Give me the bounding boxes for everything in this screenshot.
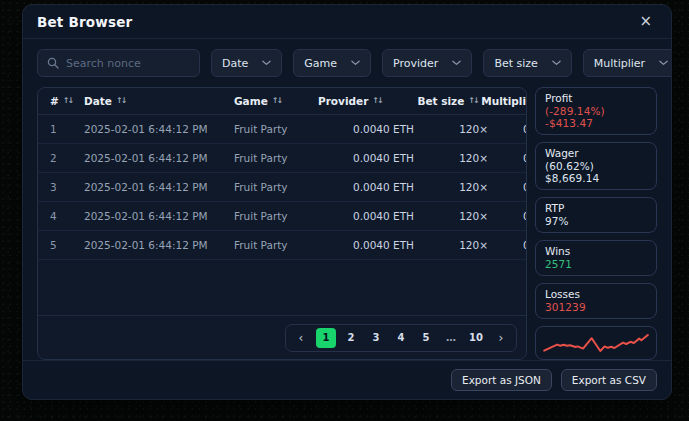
column-header--[interactable]: #↑↓ [50,95,84,107]
filter-dropdown-provider[interactable]: Provider [382,49,472,77]
cell-game: Fruit Party [234,210,318,222]
table-row[interactable]: 32025-02-01 6:44:12 PMFruit PartyPragmat… [38,173,526,202]
modal-footer: Export as JSON Export as CSV [23,360,671,399]
cell-payout: 0.4800 ETH [523,152,527,164]
cell-date: 2025-02-01 6:44:12 PM [84,239,234,251]
cell-game: Fruit Party [234,123,318,135]
filter-label: Game [304,57,337,70]
sort-icon: ↑↓ [63,97,72,105]
filter-label: Date [222,57,248,70]
filter-dropdown-date[interactable]: Date [211,49,282,77]
stat-value: (-289.14%) -$413.47 [545,105,647,129]
chevron-down-icon [262,60,271,66]
bet-browser-modal: Bet Browser × DateGameProviderBet sizeMu… [22,4,672,400]
column-header-bet-size[interactable]: Bet size↑↓ [417,95,477,107]
stat-value: 2571 [545,258,647,270]
cell-date: 2025-02-01 6:44:12 PM [84,181,234,193]
profit-chart-card [535,326,657,360]
page-button-4[interactable]: 4 [391,328,411,348]
stat-cards: Profit(-289.14%) -$413.47Wager(60.62%) $… [535,87,657,319]
stat-value: (60.62%) $8,669.14 [545,160,647,184]
column-header-multiplier[interactable]: Multiplier↑↓ [481,95,527,107]
stat-card-profit: Profit(-289.14%) -$413.47 [535,87,657,135]
stat-card-rtp: RTP97% [535,197,657,233]
stat-value: 301239 [545,301,647,313]
cell-payout: 0.4800 ETH [523,123,527,135]
cell-multiplier: 120× [459,210,488,222]
filter-dropdown-multiplier[interactable]: Multiplier [583,49,672,77]
stat-label: Losses [545,288,647,300]
column-header-game[interactable]: Game↑↓ [234,95,318,107]
bets-table: #↑↓Date↑↓Game↑↓Provider↑↓Bet size↑↓Multi… [37,87,527,360]
table-row[interactable]: 42025-02-01 6:44:12 PMFruit PartyPragmat… [38,202,526,231]
filter-label: Multiplier [594,57,645,70]
filter-dropdown-bet-size[interactable]: Bet size [483,49,571,77]
search-box [37,49,200,77]
chevron-down-icon [552,60,561,66]
cell-payout: 0.4800 ETH [523,239,527,251]
stat-value: 97% [545,215,647,227]
cell-date: 2025-02-01 6:44:12 PM [84,210,234,222]
content-area: #↑↓Date↑↓Game↑↓Provider↑↓Bet size↑↓Multi… [23,87,671,360]
stat-label: RTP [545,202,647,214]
filter-dropdown-game[interactable]: Game [293,49,371,77]
sort-icon: ↑↓ [272,97,281,105]
stats-panel: Profit(-289.14%) -$413.47Wager(60.62%) $… [535,87,657,360]
pagination-bar: ‹ 12345…10 › [38,315,526,359]
sort-icon: ↑↓ [468,97,477,105]
filter-label: Provider [393,57,438,70]
export-json-button[interactable]: Export as JSON [451,369,552,391]
filter-group: DateGameProviderBet sizeMultiplier [211,49,657,77]
table-spacer [38,260,526,315]
close-icon[interactable]: × [635,12,656,31]
modal-header: Bet Browser × [23,5,671,39]
filter-label: Bet size [494,57,537,70]
page-button-1[interactable]: 1 [316,328,336,348]
stat-label: Wins [545,245,647,257]
cell-game: Fruit Party [234,152,318,164]
chevron-down-icon [659,60,668,66]
table-row[interactable]: 52025-02-01 6:44:12 PMFruit PartyPragmat… [38,231,526,260]
cell--: 5 [50,239,84,251]
column-header-date[interactable]: Date↑↓ [84,95,234,107]
page-button-5[interactable]: 5 [416,328,436,348]
cell-multiplier: 120× [459,123,488,135]
table-row[interactable]: 12025-02-01 6:44:12 PMFruit PartyPragmat… [38,115,526,144]
cell--: 4 [50,210,84,222]
next-page-icon[interactable]: › [491,328,511,348]
stat-card-losses: Losses301239 [535,283,657,319]
stat-label: Wager [545,147,647,159]
page-button-3[interactable]: 3 [366,328,386,348]
sort-icon: ↑↓ [116,97,125,105]
page-button-10[interactable]: 10 [466,328,486,348]
cell-payout: 0.4800 ETH [523,181,527,193]
cell-bet-size: 0.0040 ETH [353,181,414,193]
column-header-provider[interactable]: Provider↑↓ [318,95,382,107]
page-button-2[interactable]: 2 [341,328,361,348]
profit-sparkline-chart [542,333,650,353]
cell--: 2 [50,152,84,164]
cell-bet-size: 0.0040 ETH [353,123,414,135]
sort-icon: ↑↓ [372,97,381,105]
export-csv-button[interactable]: Export as CSV [561,369,657,391]
stat-card-wins: Wins2571 [535,240,657,276]
table-body: 12025-02-01 6:44:12 PMFruit PartyPragmat… [38,115,526,260]
cell-game: Fruit Party [234,239,318,251]
search-input[interactable] [66,57,190,70]
prev-page-icon[interactable]: ‹ [291,328,311,348]
toolbar: DateGameProviderBet sizeMultiplier [23,39,671,87]
table-header-row: #↑↓Date↑↓Game↑↓Provider↑↓Bet size↑↓Multi… [38,88,526,115]
chevron-down-icon [351,60,360,66]
pagination: ‹ 12345…10 › [285,324,517,352]
cell-multiplier: 120× [459,152,488,164]
table-row[interactable]: 22025-02-01 6:44:12 PMFruit PartyPragmat… [38,144,526,173]
stat-label: Profit [545,92,647,104]
cell-payout: 0.4800 ETH [523,210,527,222]
chevron-down-icon [452,60,461,66]
cell-bet-size: 0.0040 ETH [353,239,414,251]
stat-card-wager: Wager(60.62%) $8,669.14 [535,142,657,190]
cell-date: 2025-02-01 6:44:12 PM [84,152,234,164]
cell-game: Fruit Party [234,181,318,193]
modal-title: Bet Browser [37,14,132,30]
cell--: 1 [50,123,84,135]
